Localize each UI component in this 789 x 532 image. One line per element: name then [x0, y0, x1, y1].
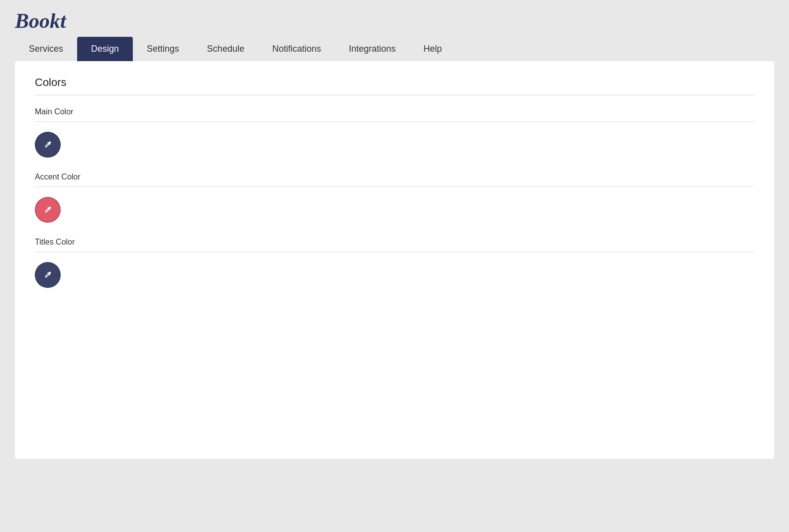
pipette-icon — [43, 140, 53, 150]
nav-item-schedule[interactable]: Schedule — [193, 37, 258, 61]
nav-item-design[interactable]: Design — [77, 37, 133, 61]
nav-item-help[interactable]: Help — [409, 37, 456, 61]
colors-section-title: Colors — [35, 76, 754, 89]
pipette-icon-accent — [43, 205, 53, 215]
nav-item-notifications[interactable]: Notifications — [258, 37, 335, 61]
header: Bookt Services Design Settings Schedule … — [0, 0, 789, 61]
content-area: Colors Main Color Accent Color — [15, 61, 774, 459]
titles-color-section: Titles Color — [35, 238, 754, 288]
main-color-label: Main Color — [35, 107, 754, 116]
accent-color-swatch[interactable] — [35, 197, 61, 223]
titles-color-label: Titles Color — [35, 238, 754, 247]
accent-color-section: Accent Color — [35, 173, 754, 223]
colors-divider — [35, 95, 754, 95]
logo: Bookt — [15, 9, 774, 33]
main-color-swatch[interactable] — [35, 132, 61, 158]
main-color-section: Main Color — [35, 107, 754, 158]
nav-item-settings[interactable]: Settings — [133, 37, 193, 61]
main-color-divider — [35, 121, 754, 122]
nav-item-services[interactable]: Services — [15, 37, 77, 61]
nav-item-integrations[interactable]: Integrations — [335, 37, 409, 61]
nav-bar: Services Design Settings Schedule Notifi… — [15, 37, 774, 61]
pipette-icon-titles — [43, 270, 53, 280]
accent-color-label: Accent Color — [35, 173, 754, 181]
app-container: Bookt Services Design Settings Schedule … — [0, 0, 789, 532]
titles-color-swatch[interactable] — [35, 262, 61, 288]
titles-color-divider — [35, 252, 754, 252]
accent-color-divider — [35, 186, 754, 187]
